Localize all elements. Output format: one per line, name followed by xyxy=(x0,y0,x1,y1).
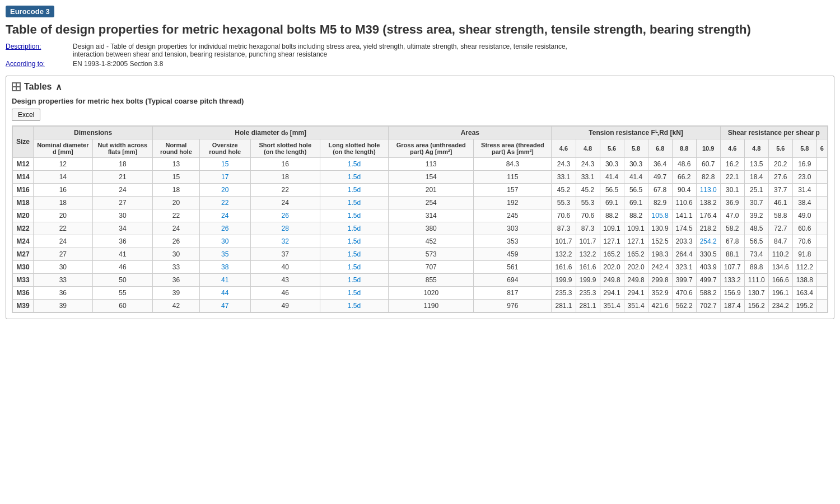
table-cell: 18 xyxy=(92,157,153,170)
tension-46-header: 4.6 xyxy=(552,139,576,157)
table-cell: 855 xyxy=(389,273,474,286)
table-cell: 202.0 xyxy=(624,260,648,273)
table-cell: 46 xyxy=(250,286,320,299)
table-cell: 47.0 xyxy=(720,209,744,222)
table-cell: 254.2 xyxy=(696,235,720,248)
table-cell: 421.6 xyxy=(648,299,672,312)
table-cell: 976 xyxy=(474,299,552,312)
collapse-icon[interactable]: ∧ xyxy=(55,82,62,92)
table-cell: 299.8 xyxy=(648,273,672,286)
table-cell: 234.2 xyxy=(768,299,792,312)
table-row: M2222342426281.5d38030387.387.3109.1109.… xyxy=(13,222,828,235)
table-cell: 101.7 xyxy=(552,235,576,248)
table-cell: 16 xyxy=(250,157,320,170)
description-label: Description: xyxy=(6,43,73,50)
table-cell: 22 xyxy=(199,196,250,209)
according-label: According to: xyxy=(6,60,73,68)
table-cell: 17 xyxy=(199,170,250,183)
table-cell: 161.6 xyxy=(552,260,576,273)
table-cell: 15 xyxy=(153,170,199,183)
col-normal-header: Normal round hole xyxy=(153,139,199,157)
table-cell: 1.5d xyxy=(320,196,389,209)
main-table: Size Dimensions Hole diameter d₀ [mm] Ar… xyxy=(12,126,828,312)
table-cell: 201 xyxy=(389,183,474,196)
table-cell: 202.0 xyxy=(600,260,624,273)
table-cell: 203.3 xyxy=(672,235,696,248)
col-size-header: Size xyxy=(13,126,34,157)
table-cell: 73.4 xyxy=(744,248,768,260)
table-cell: 60.7 xyxy=(696,157,720,170)
table-cell: 41 xyxy=(199,273,250,286)
table-cell: 42 xyxy=(153,299,199,312)
table-cell: 60 xyxy=(92,299,153,312)
table-cell xyxy=(816,157,827,170)
table-cell xyxy=(816,286,827,299)
table-cell: 18 xyxy=(250,170,320,183)
table-cell: 166.6 xyxy=(768,273,792,286)
excel-button[interactable]: Excel xyxy=(12,109,40,121)
table-cell: 16 xyxy=(34,183,93,196)
table-cell: 254 xyxy=(389,196,474,209)
table-cell: 60.6 xyxy=(792,222,816,235)
table-cell xyxy=(816,235,827,248)
table-cell: 16.2 xyxy=(720,157,744,170)
table-cell: 154 xyxy=(389,170,474,183)
table-cell: 24 xyxy=(153,222,199,235)
table-cell: 13 xyxy=(153,157,199,170)
table-cell: 22 xyxy=(153,209,199,222)
table-cell xyxy=(816,299,827,312)
table-cell: 82.8 xyxy=(696,170,720,183)
table-cell: 30.3 xyxy=(624,157,648,170)
table-cell: 39 xyxy=(34,299,93,312)
table-cell: 353 xyxy=(474,235,552,248)
table-cell: 31.4 xyxy=(792,183,816,196)
table-cell: 88.2 xyxy=(600,209,624,222)
table-cell: 352.9 xyxy=(648,286,672,299)
table-cell: 127.1 xyxy=(600,235,624,248)
table-cell: 470.6 xyxy=(672,286,696,299)
table-cell: 218.2 xyxy=(696,222,720,235)
table-cell: 88.1 xyxy=(720,248,744,260)
hole-diameter-header: Hole diameter d₀ [mm] xyxy=(153,126,389,139)
shear-header: Shear resistance per shear p xyxy=(720,126,827,139)
table-cell: M22 xyxy=(13,222,34,235)
table-cell: 235.3 xyxy=(576,286,600,299)
table-cell: 38 xyxy=(199,260,250,273)
table-wrapper: Size Dimensions Hole diameter d₀ [mm] Ar… xyxy=(12,125,828,313)
table-cell: 30 xyxy=(199,235,250,248)
table-row: M1818272022241.5d25419255.355.369.169.18… xyxy=(13,196,828,209)
table-cell: M36 xyxy=(13,286,34,299)
table-cell: M12 xyxy=(13,157,34,170)
table-row: M2727413035371.5d573459132.2132.2165.216… xyxy=(13,248,828,260)
table-cell: 48.5 xyxy=(744,222,768,235)
table-cell xyxy=(816,183,827,196)
table-cell: 113.0 xyxy=(696,183,720,196)
table-cell: 1190 xyxy=(389,299,474,312)
table-cell: 40 xyxy=(250,260,320,273)
table-cell: 84.3 xyxy=(474,157,552,170)
table-cell: 26 xyxy=(153,235,199,248)
table-subtitle: Design properties for metric hex bolts (… xyxy=(12,97,828,105)
table-cell: 33.1 xyxy=(576,170,600,183)
table-cell: 694 xyxy=(474,273,552,286)
table-cell: 1020 xyxy=(389,286,474,299)
table-cell: 294.1 xyxy=(624,286,648,299)
according-value: EN 1993-1-8:2005 Section 3.8 xyxy=(73,60,163,68)
table-cell: 1.5d xyxy=(320,273,389,286)
table-cell: 91.8 xyxy=(792,248,816,260)
table-cell: 242.4 xyxy=(648,260,672,273)
table-cell: 24.3 xyxy=(576,157,600,170)
tension-48-header: 4.8 xyxy=(576,139,600,157)
table-cell: 33 xyxy=(153,260,199,273)
table-cell: 403.9 xyxy=(696,260,720,273)
table-cell: 110.2 xyxy=(768,248,792,260)
table-cell: 23.0 xyxy=(792,170,816,183)
table-cell: 817 xyxy=(474,286,552,299)
table-cell: 26 xyxy=(199,222,250,235)
table-cell: 294.1 xyxy=(600,286,624,299)
table-cell: 1.5d xyxy=(320,222,389,235)
table-cell: 165.2 xyxy=(624,248,648,260)
table-cell: 36.9 xyxy=(720,196,744,209)
table-cell: 30 xyxy=(92,209,153,222)
table-cell: 67.8 xyxy=(720,235,744,248)
